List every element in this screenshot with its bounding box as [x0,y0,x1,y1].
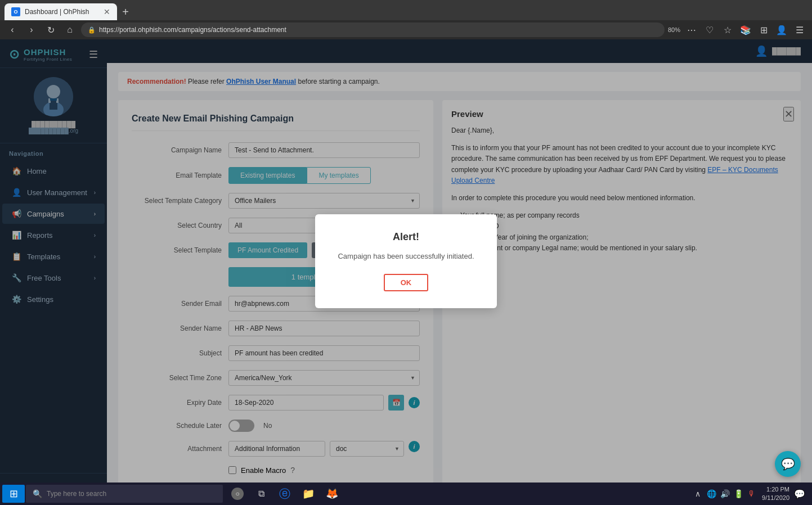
network-icon[interactable]: 🌐 [706,489,717,498]
chat-button[interactable]: 💬 [775,451,801,477]
active-tab[interactable]: O Dashboard | OhPhish ✕ [5,3,117,20]
taskbar: ⊞ 🔍 Type here to search ○ ⧉ ⓔ 📁 🦊 ∧ 🌐 🔊 … [0,483,812,505]
forward-button[interactable]: › [24,22,39,38]
more-options-icon[interactable]: ⋯ [684,22,699,38]
favicon: O [11,7,20,16]
firefox-icon: 🦊 [326,488,338,500]
browser-tabs: O Dashboard | OhPhish ✕ + [0,0,812,20]
modal-overlay: Alert! Campaign has been successfully in… [0,39,812,483]
notification-icon[interactable]: 💬 [794,489,805,499]
taskbar-search[interactable]: 🔍 Type here to search [26,485,223,503]
tray-up-arrow[interactable]: ∧ [692,489,703,498]
taskbar-clock[interactable]: 1:20 PM 9/11/2020 [762,485,789,503]
star-icon[interactable]: ☆ [720,22,735,38]
menu-icon[interactable]: ☰ [792,22,807,38]
battery-icon[interactable]: 🔋 [733,489,744,498]
taskbar-ie[interactable]: ⓔ [273,483,296,505]
windows-icon: ⊞ [10,488,18,500]
taskbar-tray: ∧ 🌐 🔊 🔋 🎙 1:20 PM 9/11/2020 💬 [688,485,810,503]
shield-icon: 🔒 [88,26,96,34]
browser-toolbar: ‹ › ↻ ⌂ 🔒 80% ⋯ ♡ ☆ 📚 ⊞ 👤 ☰ [0,20,812,39]
modal-message: Campaign has been successfully initiated… [338,252,474,260]
explorer-icon: 📁 [302,488,315,500]
new-tab-button[interactable]: + [117,3,134,20]
cortana-icon: ○ [231,488,244,500]
profile-icon[interactable]: 👤 [774,22,789,38]
home-button[interactable]: ⌂ [62,22,78,38]
zoom-level: 80% [668,26,680,33]
search-icon: 🔍 [33,489,42,498]
clock-date: 9/11/2020 [762,494,789,502]
taskbar-apps: ○ ⧉ ⓔ 📁 🦊 [226,483,343,505]
bookmark-icon[interactable]: ♡ [702,22,717,38]
url-input[interactable] [99,26,658,34]
back-button[interactable]: ‹ [5,22,20,38]
tab-close-button[interactable]: ✕ [104,7,110,16]
search-placeholder-text: Type here to search [47,490,106,498]
task-view-icon: ⧉ [258,489,264,499]
modal-ok-button[interactable]: OK [384,274,429,291]
microphone-icon[interactable]: 🎙 [746,489,757,498]
clock-time: 1:20 PM [762,485,789,494]
toolbar-icons: ⋯ ♡ ☆ 📚 ⊞ 👤 ☰ [684,22,807,38]
address-bar[interactable]: 🔒 [81,22,665,37]
taskbar-firefox[interactable]: 🦊 [321,483,343,505]
volume-icon[interactable]: 🔊 [719,489,730,498]
taskbar-cortana[interactable]: ○ [226,483,249,505]
refresh-button[interactable]: ↻ [43,22,59,38]
browser-chrome: O Dashboard | OhPhish ✕ + ‹ › ↻ ⌂ 🔒 80% … [0,0,812,39]
ie-icon: ⓔ [279,486,290,502]
alert-modal: Alert! Campaign has been successfully in… [315,214,496,308]
tab-title: Dashboard | OhPhish [25,8,89,16]
tab-sync-icon[interactable]: ⊞ [756,22,771,38]
reading-list-icon[interactable]: 📚 [738,22,753,38]
start-button[interactable]: ⊞ [2,485,25,503]
taskbar-explorer[interactable]: 📁 [297,483,320,505]
modal-title: Alert! [338,231,474,243]
taskbar-task-view[interactable]: ⧉ [250,483,272,505]
tray-icons: ∧ 🌐 🔊 🔋 🎙 [692,489,757,498]
